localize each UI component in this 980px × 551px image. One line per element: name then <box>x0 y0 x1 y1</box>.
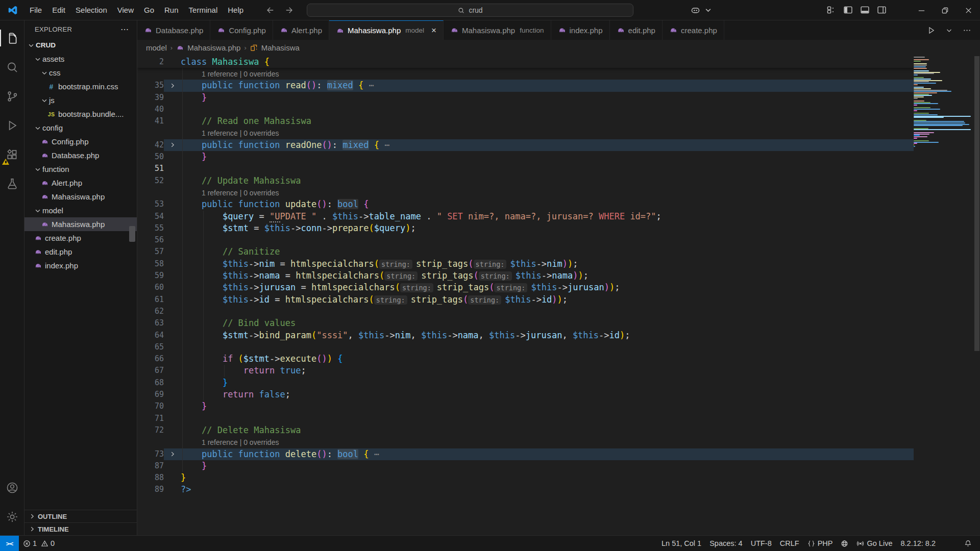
code-line-62[interactable]: 62 <box>137 306 914 317</box>
code-text[interactable]: } <box>181 460 914 472</box>
minimap[interactable] <box>914 57 973 147</box>
code-text[interactable]: $this->nama = htmlspecialchars(string:st… <box>181 270 914 282</box>
tab-index-php[interactable]: index.php <box>551 20 610 40</box>
close-window-button[interactable] <box>957 0 980 20</box>
codelens-label[interactable]: 1 reference | 0 overrides <box>202 189 279 197</box>
code-line-40[interactable]: 40 <box>137 104 914 115</box>
code-text[interactable]: // Update Mahasiswa <box>181 175 914 187</box>
status-item-8.2.12-8.2[interactable]: 8.2.12: 8.2 <box>896 536 940 551</box>
sidebar-item-create-php[interactable]: create.php <box>24 231 137 245</box>
menu-item-go[interactable]: Go <box>139 4 159 17</box>
sticky-scroll-line[interactable]: 2class Mahasiswa { <box>137 55 914 68</box>
code-line-63[interactable]: 63 // Bind values <box>137 317 914 329</box>
code-line-59[interactable]: 59 $this->nama = htmlspecialchars(string… <box>137 270 914 282</box>
menu-item-file[interactable]: File <box>24 4 47 17</box>
tab-config-php[interactable]: Config.php <box>210 20 273 40</box>
code-line-66[interactable]: 66 if ($stmt->execute()) { <box>137 353 914 365</box>
codelens-label[interactable]: 1 reference | 0 overrides <box>202 70 279 78</box>
code-text[interactable]: public function update(): bool { <box>181 198 914 210</box>
code-editor[interactable]: 34 // Read all Mahasiswa 1 reference | 0… <box>137 55 980 535</box>
breadcrumb-symbol[interactable]: Mahasiswa <box>261 43 300 52</box>
sidebar-item-crud[interactable]: CRUD <box>24 38 137 52</box>
code-line-56[interactable]: 56 <box>137 234 914 246</box>
activity-item-settings[interactable] <box>0 502 24 531</box>
code-text[interactable]: } <box>181 92 914 104</box>
sidebar-item-edit-php[interactable]: edit.php <box>24 245 137 259</box>
code-line-68[interactable]: 68 } <box>137 377 914 389</box>
activity-item-files[interactable] <box>0 23 24 53</box>
code-line-54[interactable]: 54 $query = "UPDATE " . $this->table_nam… <box>137 211 914 222</box>
activity-item-testing[interactable] <box>0 169 24 198</box>
code-text[interactable]: // Read one Mahasiswa <box>181 115 914 127</box>
code-line-87[interactable]: 87 } <box>137 460 914 472</box>
sidebar-item-mahasiswa-php[interactable]: Mahasiswa.php <box>24 190 137 204</box>
code-text[interactable]: 1 reference | 0 overrides <box>181 127 914 139</box>
tab-edit-php[interactable]: edit.php <box>610 20 663 40</box>
sidebar-scrollbar-thumb[interactable] <box>129 226 135 242</box>
timeline-section-header[interactable]: TIMELINE <box>24 522 137 535</box>
sidebar-item-model[interactable]: model <box>24 204 137 217</box>
tab-mahasiswa-php-function[interactable]: Mahasiswa.phpfunction <box>444 20 551 40</box>
remote-indicator[interactable]: >< <box>0 536 19 551</box>
status-item-spaces-4[interactable]: Spaces: 4 <box>705 536 747 551</box>
code-text[interactable]: ?> <box>181 484 914 495</box>
activity-item-account[interactable] <box>0 473 24 502</box>
status-item-ln-51-col-1[interactable]: Ln 51, Col 1 <box>657 536 705 551</box>
code-text[interactable]: 1 reference | 0 overrides <box>181 68 914 80</box>
command-center-search[interactable]: crud <box>307 4 633 17</box>
menu-item-terminal[interactable]: Terminal <box>184 4 223 17</box>
restore-button[interactable] <box>933 0 957 20</box>
sidebar-item-bootstrap-min-css[interactable]: #bootstrap.min.css <box>24 80 137 93</box>
code-line-61[interactable]: 61 $this->id = htmlspecialchars(string:s… <box>137 294 914 306</box>
code-line-65[interactable]: 65 <box>137 341 914 353</box>
breadcrumb-folder[interactable]: model <box>146 43 167 52</box>
code-line-58[interactable]: 58 $this->nim = htmlspecialchars(string:… <box>137 258 914 270</box>
ellipsis-icon[interactable] <box>962 26 972 35</box>
code-text[interactable]: $this->jurusan = htmlspecialchars(string… <box>181 282 914 293</box>
menu-item-view[interactable]: View <box>112 4 139 17</box>
close-tab-icon[interactable]: × <box>431 26 436 35</box>
sidebar-item-index-php[interactable]: index.php <box>24 259 137 272</box>
status-item-php[interactable]: PHP <box>803 536 837 551</box>
codelens-row[interactable]: 1 reference | 0 overrides <box>137 436 914 448</box>
code-line-51[interactable]: 51 <box>137 163 914 174</box>
sidebar-item-config[interactable]: config <box>24 121 137 135</box>
fold-chevron-icon[interactable] <box>164 448 181 460</box>
outline-section-header[interactable]: OUTLINE <box>24 510 137 522</box>
code-line-73[interactable]: 73 public function delete(): bool { ⋯ <box>137 448 914 460</box>
code-text[interactable]: } <box>181 472 914 484</box>
code-text[interactable] <box>181 341 914 353</box>
code-text[interactable]: // Delete Mahasiswa <box>181 424 914 436</box>
activity-item-search[interactable] <box>0 53 24 82</box>
minimize-button[interactable] <box>910 0 933 20</box>
code-line-67[interactable]: 67 return true; <box>137 365 914 377</box>
menu-item-run[interactable]: Run <box>159 4 184 17</box>
fold-chevron-icon[interactable] <box>164 139 181 151</box>
code-text[interactable]: 1 reference | 0 overrides <box>181 436 914 448</box>
code-line-64[interactable]: 64 $stmt->bind_param("sssi", $this->nim,… <box>137 330 914 341</box>
explorer-more-actions-button[interactable]: ⋯ <box>117 24 132 34</box>
code-line-35[interactable]: 35 public function read(): mixed { ⋯ <box>137 80 914 91</box>
editor-scrollbar-thumb[interactable] <box>974 56 979 351</box>
run-icon[interactable] <box>926 26 936 35</box>
code-text[interactable]: $stmt->bind_param("sssi", $this->nim, $t… <box>181 330 914 341</box>
sidebar-item-js[interactable]: js <box>24 93 137 107</box>
code-line-70[interactable]: 70 } <box>137 400 914 412</box>
fold-chevron-icon[interactable] <box>164 80 181 91</box>
code-text[interactable] <box>181 163 914 174</box>
menu-item-help[interactable]: Help <box>223 4 249 17</box>
code-text[interactable] <box>181 104 914 115</box>
code-line-71[interactable]: 71 <box>137 413 914 424</box>
chevron-down-icon[interactable] <box>944 26 954 35</box>
menu-item-edit[interactable]: Edit <box>47 4 70 17</box>
menu-item-selection[interactable]: Selection <box>70 4 112 17</box>
toggle-secondary-sidebar-icon[interactable] <box>876 5 887 15</box>
tab-alert-php[interactable]: Alert.php <box>273 20 329 40</box>
tab-database-php[interactable]: Database.php <box>137 20 210 40</box>
problems-status[interactable]: 1 0 <box>19 536 59 551</box>
code-text[interactable]: public function delete(): bool { ⋯ <box>181 448 914 460</box>
customize-layout-icon[interactable] <box>826 5 837 15</box>
code-line-42[interactable]: 42 public function readOne(): mixed { ⋯ <box>137 139 914 151</box>
code-text[interactable] <box>181 234 914 246</box>
sidebar-item-function[interactable]: function <box>24 162 137 176</box>
